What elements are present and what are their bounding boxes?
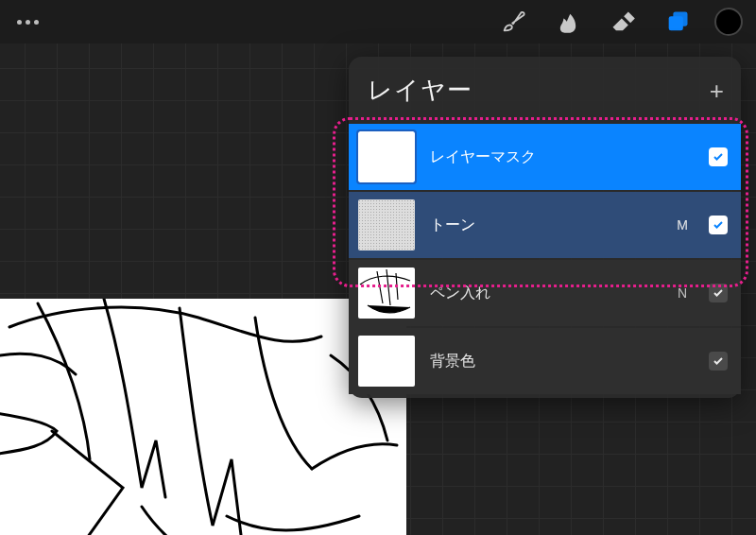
check-icon (713, 355, 724, 367)
layer-row[interactable]: 背景色 (349, 328, 741, 394)
layers-button[interactable] (650, 0, 705, 43)
svg-rect-1 (673, 12, 687, 26)
layer-row[interactable]: レイヤーマスク (349, 124, 741, 190)
layers-panel: レイヤー + レイヤーマスク トーン M (349, 57, 741, 398)
check-icon (713, 287, 724, 299)
color-swatch-button[interactable] (714, 8, 743, 36)
layer-row[interactable]: トーン M (349, 192, 741, 258)
brush-icon (500, 9, 526, 35)
smudge-tool-button[interactable] (541, 0, 595, 43)
ellipsis-icon (26, 20, 30, 25)
layer-visibility-checkbox[interactable] (709, 216, 728, 234)
layer-blend-label: N (675, 285, 690, 301)
layers-panel-header: レイヤー + (349, 57, 741, 124)
layer-thumbnail (358, 131, 415, 182)
artwork-canvas[interactable] (0, 299, 406, 535)
menu-button[interactable] (17, 20, 39, 25)
eraser-tool-button[interactable] (595, 0, 650, 43)
layer-visibility-checkbox[interactable] (709, 147, 728, 166)
ellipsis-icon (17, 20, 22, 25)
line-art (0, 299, 406, 535)
layers-icon (664, 9, 691, 35)
add-layer-button[interactable]: + (710, 78, 724, 103)
smudge-icon (555, 9, 581, 35)
layer-thumbnail (358, 268, 415, 319)
ellipsis-icon (34, 20, 39, 25)
check-icon (713, 151, 724, 163)
layer-name-label: レイヤーマスク (430, 147, 660, 167)
layer-name-label: 背景色 (430, 352, 660, 371)
check-icon (713, 219, 724, 231)
layer-visibility-checkbox[interactable] (709, 284, 728, 302)
layer-name-label: トーン (430, 216, 660, 235)
layer-blend-label: M (675, 217, 690, 233)
brush-tool-button[interactable] (486, 0, 541, 43)
layers-panel-title: レイヤー (368, 74, 472, 107)
layer-visibility-checkbox[interactable] (709, 352, 728, 371)
layer-thumbnail (358, 336, 415, 387)
layer-name-label: ペン入れ (430, 284, 660, 303)
eraser-icon (610, 9, 636, 35)
layer-row[interactable]: ペン入れ N (349, 260, 741, 326)
layer-list: レイヤーマスク トーン M ペン入れ N (349, 124, 741, 394)
top-toolbar (0, 0, 756, 43)
layer-thumbnail (358, 199, 415, 250)
